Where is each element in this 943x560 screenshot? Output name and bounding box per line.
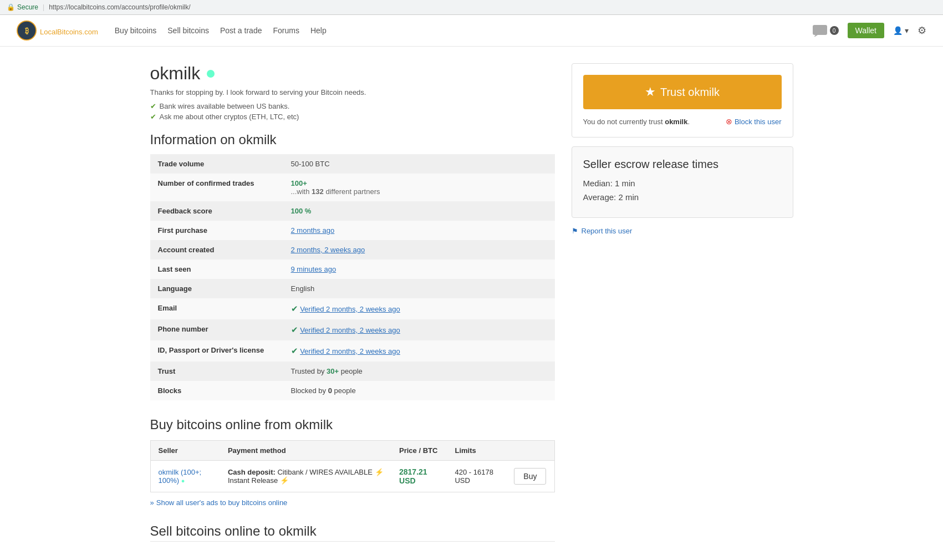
trust-info: You do not currently trust okmilk. ⊗ Blo… xyxy=(583,117,782,126)
trust-label: Trust xyxy=(150,362,283,381)
escrow-median: Median: 1 min xyxy=(583,179,782,188)
report-label: Report this user xyxy=(582,227,633,235)
buy-section-title: Buy bitcoins online from okmilk xyxy=(150,417,555,432)
nav-help[interactable]: Help xyxy=(310,26,327,35)
last-seen-value: 9 minutes ago xyxy=(283,259,555,279)
sell-section: Sell bitcoins online to okmilk xyxy=(150,523,555,542)
seller-online-dot: ● xyxy=(181,477,185,484)
url-bar: https://localbitcoins.com/accounts/profi… xyxy=(49,3,190,11)
main-container: okmilk Thanks for stopping by. I look fo… xyxy=(139,47,804,558)
wallet-button[interactable]: Wallet xyxy=(848,23,884,38)
nav-post-trade[interactable]: Post a trade xyxy=(220,26,262,35)
phone-value: ✔ Verified 2 months, 2 weeks ago xyxy=(283,319,555,340)
block-label: Block this user xyxy=(735,118,782,126)
nav-links: Buy bitcoins Sell bitcoins Post a trade … xyxy=(115,26,812,35)
table-row-blocks: Blocks Blocked by 0 people xyxy=(150,381,555,400)
id-label: ID, Passport or Driver's license xyxy=(150,340,283,362)
table-row-language: Language English xyxy=(150,279,555,298)
col-price: Price / BTC xyxy=(391,441,447,461)
col-seller: Seller xyxy=(150,441,220,461)
price-cell: 2817.21 USD xyxy=(391,461,447,492)
table-row-phone: Phone number ✔ Verified 2 months, 2 week… xyxy=(150,319,555,340)
trust-count: 30+ xyxy=(327,367,339,375)
block-user-link[interactable]: ⊗ Block this user xyxy=(726,117,782,126)
secure-badge: 🔒 Secure xyxy=(7,3,38,11)
info-section: Information on okmilk Trade volume 50-10… xyxy=(150,132,555,400)
settings-icon[interactable]: ⚙ xyxy=(917,24,926,37)
buy-cell: Buy xyxy=(506,461,554,492)
trade-volume-label: Trade volume xyxy=(150,154,283,174)
report-user-link[interactable]: ⚑ Report this user xyxy=(572,227,793,235)
seller-link[interactable]: okmilk (100+; 100%) ● xyxy=(159,468,202,485)
trust-card: ★ Trust okmilk You do not currently trus… xyxy=(572,63,793,138)
feedback-value: 100 % xyxy=(283,201,555,221)
nav-buy-bitcoins[interactable]: Buy bitcoins xyxy=(115,26,156,35)
lightning-icon-1: ⚡ xyxy=(375,468,384,476)
confirmed-trades-label: Number of confirmed trades xyxy=(150,174,283,201)
info-section-title: Information on okmilk xyxy=(150,132,555,147)
escrow-average: Average: 2 min xyxy=(583,192,782,202)
navbar-brand: ₿ LocalBitcoins.com xyxy=(17,21,98,40)
trust-button-label: Trust okmilk xyxy=(660,86,720,99)
escrow-card: Seller escrow release times Median: 1 mi… xyxy=(572,146,793,218)
table-row-email: Email ✔ Verified 2 months, 2 weeks ago xyxy=(150,298,555,319)
feature-item-2: ✔ Ask me about other cryptos (ETH, LTC, … xyxy=(150,113,555,121)
account-created-value: 2 months, 2 weeks ago xyxy=(283,240,555,259)
brand-name: LocalBitcoins.com xyxy=(40,23,98,38)
account-created-label: Account created xyxy=(150,240,283,259)
col-payment: Payment method xyxy=(220,441,391,461)
feature-text-2: Ask me about other cryptos (ETH, LTC, et… xyxy=(160,113,299,121)
trust-value: Trusted by 30+ people xyxy=(283,362,555,381)
buy-button[interactable]: Buy xyxy=(514,468,546,485)
trades-count: 100+ xyxy=(291,179,307,187)
table-header-row: Seller Payment method Price / BTC Limits xyxy=(150,441,554,461)
svg-text:₿: ₿ xyxy=(25,26,29,35)
lightning-icon-2: ⚡ xyxy=(280,476,289,485)
blocks-label: Blocks xyxy=(150,381,283,400)
profile-features: ✔ Bank wires available between US banks.… xyxy=(150,102,555,121)
user-icon: 👤 xyxy=(893,26,903,35)
trust-button[interactable]: ★ Trust okmilk xyxy=(583,75,782,109)
nav-forums[interactable]: Forums xyxy=(273,26,299,35)
profile-header: okmilk xyxy=(150,63,555,84)
trust-info-text: You do not currently trust okmilk. xyxy=(583,118,690,126)
table-row-trust: Trust Trusted by 30+ people xyxy=(150,362,555,381)
table-row-confirmed-trades: Number of confirmed trades 100+ ...with … xyxy=(150,174,555,201)
info-table: Trade volume 50-100 BTC Number of confir… xyxy=(150,154,555,400)
trade-table-header: Seller Payment method Price / BTC Limits xyxy=(150,441,554,461)
trade-volume-value: 50-100 BTC xyxy=(283,154,555,174)
chevron-right-icon: » xyxy=(150,498,154,507)
user-menu[interactable]: 👤 ▾ xyxy=(893,26,909,35)
navbar: ₿ LocalBitcoins.com Buy bitcoins Sell bi… xyxy=(0,15,943,47)
chat-icon-wrap[interactable]: 0 xyxy=(812,24,839,37)
escrow-title: Seller escrow release times xyxy=(583,158,782,171)
right-column: ★ Trust okmilk You do not currently trus… xyxy=(572,63,793,542)
payment-detail: Citibank / WIRES AVAILABLE xyxy=(277,468,372,476)
trade-table-body: okmilk (100+; 100%) ● Cash deposit: Citi… xyxy=(150,461,554,492)
check-icon-2: ✔ xyxy=(150,113,156,121)
chat-badge: 0 xyxy=(830,26,839,35)
payment-label: Cash deposit: xyxy=(228,468,276,476)
show-all-link[interactable]: » Show all user's ads to buy bitcoins on… xyxy=(150,498,288,507)
chat-icon xyxy=(812,24,828,37)
last-seen-label: Last seen xyxy=(150,259,283,279)
browser-bar: 🔒 Secure | https://localbitcoins.com/acc… xyxy=(0,0,943,15)
star-icon: ★ xyxy=(645,85,656,99)
email-value: ✔ Verified 2 months, 2 weeks ago xyxy=(283,298,555,319)
col-limits: Limits xyxy=(447,441,506,461)
nav-right: 0 Wallet 👤 ▾ ⚙ xyxy=(812,23,926,38)
online-indicator xyxy=(207,70,215,78)
table-row-last-seen: Last seen 9 minutes ago xyxy=(150,259,555,279)
blocks-value: Blocked by 0 people xyxy=(283,381,555,400)
profile-name: okmilk xyxy=(150,63,201,84)
lock-icon: 🔒 xyxy=(7,3,15,11)
feature-text-1: Bank wires available between US banks. xyxy=(160,102,290,110)
partners-text: ...with 132 different partners xyxy=(291,187,380,196)
brand-logo-icon: ₿ xyxy=(17,21,37,40)
block-icon: ⊗ xyxy=(726,117,732,126)
sell-section-title: Sell bitcoins online to okmilk xyxy=(150,523,555,542)
check-icon-1: ✔ xyxy=(150,102,156,110)
nav-sell-bitcoins[interactable]: Sell bitcoins xyxy=(167,26,209,35)
feature-item: ✔ Bank wires available between US banks. xyxy=(150,102,555,110)
seller-cell: okmilk (100+; 100%) ● xyxy=(150,461,220,492)
